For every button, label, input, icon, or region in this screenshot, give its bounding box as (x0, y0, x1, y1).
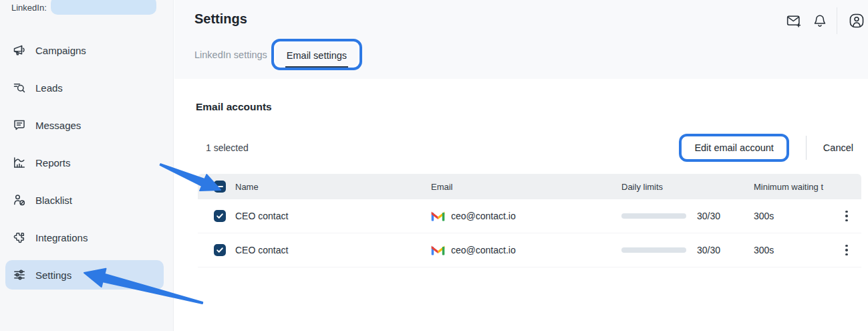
linkedin-label: LinkedIn: (11, 2, 47, 13)
sidebar-item-label: Messages (35, 120, 81, 131)
row-menu-kebab-icon[interactable] (841, 207, 851, 225)
sidebar-item-label: Settings (35, 269, 71, 281)
account-name: CEO contact (235, 245, 431, 255)
sidebar-item-label: Leads (35, 82, 63, 94)
account-email-cell: ceo@contact.io (431, 245, 621, 255)
sidebar-item-label: Reports (35, 157, 71, 169)
account-email: ceo@contact.io (451, 245, 516, 255)
column-header-name: Name (235, 182, 431, 192)
daily-limit-value: 30/30 (697, 211, 720, 221)
megaphone-icon (12, 43, 27, 58)
min-waiting-value: 300s (754, 245, 832, 255)
daily-limit-value: 30/30 (697, 245, 720, 255)
linkedin-account-pill[interactable] (51, 0, 156, 15)
topbar-divider (837, 7, 837, 34)
main-area: Settings LinkedIn settings Email setting… (174, 0, 868, 331)
table-row: CEO contact ceo@contact.io 30/30 300s (198, 199, 861, 233)
mail-plus-icon[interactable] (783, 11, 803, 31)
topbar: Settings LinkedIn settings Email setting… (174, 0, 868, 79)
selection-actions-row: 1 selected Edit email account Cancel (194, 132, 861, 163)
row-checkbox[interactable] (214, 210, 226, 222)
sidebar: LinkedIn: Campaigns Leads Messages Rep (0, 0, 174, 331)
min-waiting-value: 300s (754, 211, 832, 221)
sidebar-item-leads[interactable]: Leads (5, 73, 164, 102)
section-title: Email accounts (196, 101, 861, 113)
gmail-icon (431, 245, 445, 255)
sidebar-item-label: Campaigns (35, 45, 86, 56)
tab-email-settings[interactable]: Email settings (285, 45, 348, 68)
linkedin-account-row: LinkedIn: (0, 0, 173, 20)
account-name: CEO contact (235, 211, 431, 221)
search-list-icon (12, 80, 27, 95)
account-email: ceo@contact.io (451, 211, 516, 221)
annotation-highlight-edit-button: Edit email account (679, 134, 788, 162)
row-menu-kebab-icon[interactable] (841, 241, 851, 259)
sidebar-item-integrations[interactable]: Integrations (5, 223, 164, 252)
daily-limit-cell: 30/30 (621, 211, 754, 221)
settings-tabs: LinkedIn settings Email settings (194, 39, 362, 70)
email-settings-panel: Email accounts 1 selected Edit email acc… (174, 101, 868, 267)
column-header-daily-limits: Daily limits (621, 182, 754, 192)
sidebar-item-label: Blacklist (35, 195, 72, 206)
selected-count: 1 selected (206, 142, 249, 153)
action-buttons: Edit email account Cancel (679, 134, 861, 162)
topbar-icons (783, 10, 867, 31)
account-email-cell: ceo@contact.io (431, 211, 621, 221)
sidebar-nav: Campaigns Leads Messages Reports Blackli… (0, 35, 173, 290)
chat-bubble-icon (12, 118, 27, 132)
annotation-highlight-email-settings: Email settings (271, 39, 362, 70)
chart-icon (12, 155, 27, 170)
blocked-user-icon (12, 193, 27, 207)
sidebar-item-settings[interactable]: Settings (5, 260, 164, 290)
tab-linkedin-settings[interactable]: LinkedIn settings (194, 40, 267, 70)
row-checkbox[interactable] (214, 244, 226, 256)
sidebar-item-blacklist[interactable]: Blacklist (5, 185, 164, 215)
sidebar-item-label: Integrations (35, 232, 88, 243)
profile-icon[interactable] (847, 11, 867, 31)
button-divider (806, 136, 807, 160)
email-accounts-table: Name Email Daily limits Minimum waiting … (198, 174, 861, 267)
table-header-row: Name Email Daily limits Minimum waiting … (198, 174, 861, 199)
daily-limit-progressbar (621, 213, 686, 219)
table-row: CEO contact ceo@contact.io 30/30 300s (198, 233, 861, 267)
sidebar-item-reports[interactable]: Reports (5, 148, 164, 177)
gmail-icon (431, 211, 445, 221)
page-title: Settings (194, 11, 247, 27)
daily-limit-cell: 30/30 (621, 245, 754, 255)
select-all-checkbox[interactable] (214, 181, 226, 193)
bell-icon[interactable] (810, 11, 830, 31)
daily-limit-progressbar (621, 247, 686, 253)
column-header-email: Email (431, 182, 621, 192)
sidebar-item-messages[interactable]: Messages (5, 110, 164, 140)
column-header-min-waiting: Minimum waiting t (754, 182, 832, 192)
sliders-icon (12, 267, 27, 282)
edit-email-account-button[interactable]: Edit email account (682, 136, 786, 159)
puzzle-icon (12, 230, 27, 245)
cancel-button[interactable]: Cancel (823, 142, 853, 153)
sidebar-item-campaigns[interactable]: Campaigns (5, 35, 164, 65)
